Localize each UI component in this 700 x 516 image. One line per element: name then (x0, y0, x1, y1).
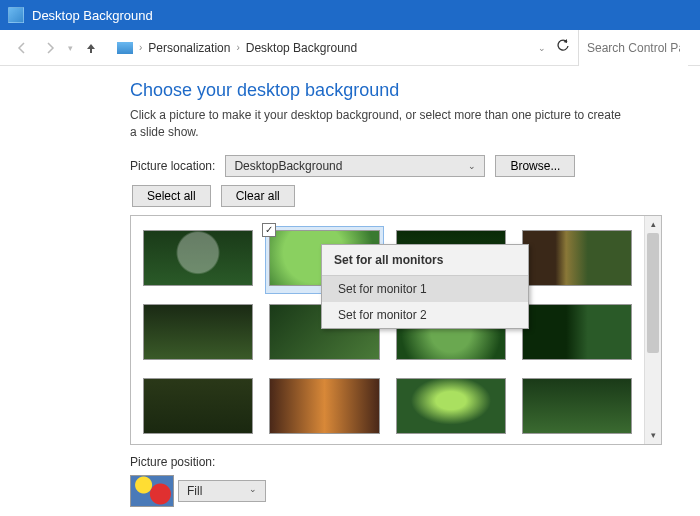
window-titlebar: Desktop Background (0, 0, 700, 30)
picture-position-preview (130, 475, 174, 507)
scroll-track[interactable] (645, 233, 661, 427)
browse-button[interactable]: Browse... (495, 155, 575, 177)
thumbnail-area: ✓ ▴ ▾ Set for all monitors Set for monit… (130, 215, 662, 445)
chevron-down-icon: ⌄ (249, 484, 257, 498)
scrollbar[interactable]: ▴ ▾ (644, 216, 661, 444)
picture-position-value: Fill (187, 484, 202, 498)
chevron-right-icon: › (139, 42, 142, 53)
context-menu: Set for all monitors Set for monitor 1 S… (321, 244, 529, 329)
thumbnail-item[interactable] (265, 374, 383, 442)
search-input[interactable] (578, 30, 688, 66)
chevron-right-icon: › (236, 42, 239, 53)
context-menu-item-monitor2[interactable]: Set for monitor 2 (322, 302, 528, 328)
window-title: Desktop Background (32, 8, 153, 23)
control-panel-icon (117, 42, 133, 54)
scroll-up-button[interactable]: ▴ (645, 216, 661, 233)
picture-location-label: Picture location: (130, 159, 215, 173)
forward-button[interactable] (40, 38, 60, 58)
thumbnail-item[interactable] (518, 300, 636, 368)
context-menu-item-monitor1[interactable]: Set for monitor 1 (322, 276, 528, 302)
breadcrumb-item-desktop-background[interactable]: Desktop Background (246, 41, 357, 55)
context-menu-title[interactable]: Set for all monitors (322, 245, 528, 276)
navigation-bar: ▾ › Personalization › Desktop Background… (0, 30, 700, 66)
thumbnail-checkbox[interactable]: ✓ (262, 223, 276, 237)
breadcrumb-item-personalization[interactable]: Personalization (148, 41, 230, 55)
back-button[interactable] (12, 38, 32, 58)
picture-location-value: DesktopBackground (234, 159, 342, 173)
page-subtext: Click a picture to make it your desktop … (130, 107, 630, 141)
thumbnail-item[interactable] (139, 226, 257, 294)
up-button[interactable] (81, 38, 101, 58)
chevron-down-icon: ⌄ (468, 161, 476, 171)
picture-location-dropdown[interactable]: DesktopBackground ⌄ (225, 155, 485, 177)
scroll-thumb[interactable] (647, 233, 659, 353)
thumbnail-item[interactable] (392, 374, 510, 442)
select-all-button[interactable]: Select all (132, 185, 211, 207)
picture-position-section: Picture position: Fill ⌄ (130, 455, 682, 507)
thumbnail-item[interactable] (139, 374, 257, 442)
breadcrumb-dropdown-icon[interactable]: ⌄ (538, 43, 546, 53)
recent-dropdown-icon[interactable]: ▾ (68, 43, 73, 53)
thumbnail-item[interactable] (139, 300, 257, 368)
refresh-button[interactable] (556, 39, 570, 56)
breadcrumb: › Personalization › Desktop Background ⌄ (109, 39, 570, 56)
content-area: Choose your desktop background Click a p… (0, 66, 700, 507)
scroll-down-button[interactable]: ▾ (645, 427, 661, 444)
thumbnail-item[interactable] (518, 226, 636, 294)
picture-position-label: Picture position: (130, 455, 682, 469)
app-icon (8, 7, 24, 23)
clear-all-button[interactable]: Clear all (221, 185, 295, 207)
thumbnail-item[interactable] (518, 374, 636, 442)
picture-position-dropdown[interactable]: Fill ⌄ (178, 480, 266, 502)
page-heading: Choose your desktop background (130, 80, 682, 101)
